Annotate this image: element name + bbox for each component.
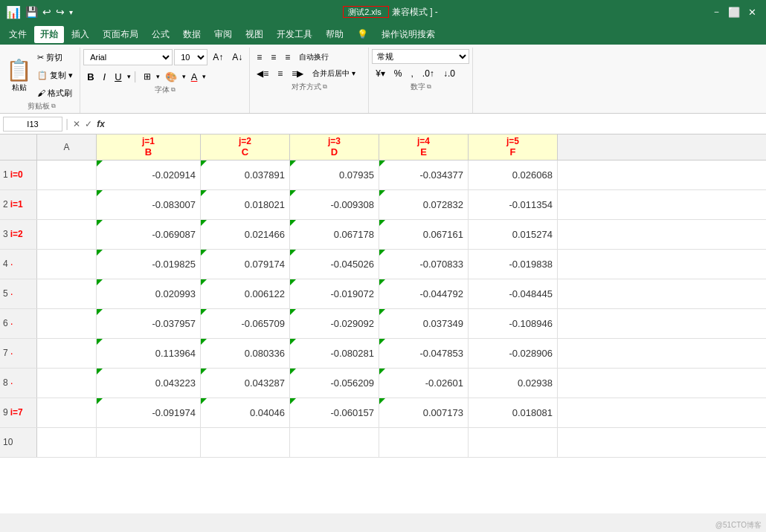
cell-e[interactable]: 0.037349 [379, 309, 469, 338]
menu-insert[interactable]: 插入 [65, 26, 95, 43]
align-left-button[interactable]: ◀≡ [253, 65, 272, 82]
cell-a[interactable] [37, 369, 97, 398]
redo-icon[interactable]: ↪ [56, 6, 65, 18]
cell-c[interactable]: 0.018021 [201, 190, 290, 219]
cell-c[interactable]: 0.080336 [201, 339, 290, 368]
cell-f[interactable]: -0.011354 [469, 190, 558, 219]
cell-c[interactable]: 0.079174 [201, 250, 290, 279]
cell-d[interactable]: -0.029092 [290, 309, 379, 338]
font-grow-button[interactable]: A↑ [209, 49, 227, 65]
cell-e[interactable]: 0.067161 [379, 220, 469, 249]
menu-help[interactable]: 帮助 [320, 26, 350, 43]
menu-lightbulb-icon[interactable]: 💡 [351, 27, 374, 42]
decrease-decimal-button[interactable]: ↓.0 [440, 65, 459, 82]
cell-c[interactable]: 0.006122 [201, 279, 290, 308]
percent-button[interactable]: % [390, 65, 406, 82]
font-size-selector[interactable]: 10 [174, 49, 207, 65]
copy-button[interactable]: 📋 复制 ▾ [33, 67, 77, 83]
border-button[interactable]: ⊞ [140, 68, 155, 85]
number-format-selector[interactable]: 常规 [372, 49, 469, 64]
minimize-button[interactable]: － [708, 4, 724, 20]
close-button[interactable]: ✕ [744, 4, 760, 20]
cell-b[interactable]: -0.091974 [97, 398, 201, 427]
cell-c[interactable]: 0.04046 [201, 398, 290, 427]
number-expand-icon[interactable]: ⧉ [427, 83, 431, 91]
col-header-c[interactable]: j=2 C [201, 134, 290, 160]
cell-e[interactable]: -0.044792 [379, 279, 469, 308]
menu-review[interactable]: 审阅 [208, 26, 238, 43]
cell-a[interactable] [37, 160, 97, 189]
comma-button[interactable]: , [408, 65, 417, 82]
cell-e[interactable]: -0.070833 [379, 250, 469, 279]
align-center-button[interactable]: ≡ [274, 65, 286, 82]
cell-d[interactable]: -0.080281 [290, 339, 379, 368]
merge-center-button[interactable]: 合并后居中 ▾ [309, 65, 359, 82]
menu-search[interactable]: 操作说明搜索 [376, 26, 441, 43]
increase-decimal-button[interactable]: .0↑ [419, 65, 438, 82]
alignment-expand-icon[interactable]: ⧉ [323, 83, 327, 91]
clipboard-expand-icon[interactable]: ⧉ [51, 103, 56, 110]
cell-b[interactable]: 0.043223 [97, 369, 201, 398]
cell-c[interactable]: 0.037891 [201, 160, 290, 189]
align-top-center-button[interactable]: ≡ [267, 49, 280, 65]
restore-button[interactable]: ⬜ [726, 4, 742, 20]
font-color-button[interactable]: A [187, 68, 202, 85]
cell-b[interactable]: 0.113964 [97, 339, 201, 368]
undo-icon[interactable]: ↩ [42, 6, 51, 18]
cell-d[interactable]: 0.07935 [290, 160, 379, 189]
cell-d[interactable]: -0.056209 [290, 369, 379, 398]
cell-a[interactable] [37, 190, 97, 219]
fill-color-button[interactable]: 🎨 [161, 68, 181, 85]
paste-button[interactable]: 📋 粘贴 [6, 58, 32, 93]
cut-button[interactable]: ✂ 剪切 [33, 49, 77, 65]
font-expand-icon[interactable]: ⧉ [171, 86, 176, 94]
menu-file[interactable]: 文件 [3, 26, 33, 43]
align-right-button[interactable]: ≡▶ [288, 65, 307, 82]
cell-c[interactable]: -0.065709 [201, 309, 290, 338]
cell-f[interactable]: -0.048445 [469, 279, 558, 308]
cell-e[interactable]: -0.02601 [379, 369, 469, 398]
cancel-formula-icon[interactable]: ✕ [71, 117, 82, 131]
cell-f[interactable]: 0.018081 [469, 398, 558, 427]
menu-data[interactable]: 数据 [177, 26, 207, 43]
fill-dropdown-icon[interactable]: ▾ [182, 73, 186, 80]
cell-f[interactable]: -0.028906 [469, 339, 558, 368]
cell-reference-input[interactable] [3, 117, 62, 132]
cell-e[interactable]: 0.072832 [379, 190, 469, 219]
cell-b[interactable]: -0.020914 [97, 160, 201, 189]
wrap-text-button[interactable]: 自动换行 [295, 49, 332, 65]
col-header-f[interactable]: j=5 F [469, 134, 558, 160]
col-header-b[interactable]: j=1 B [97, 134, 201, 160]
cell-c[interactable]: 0.043287 [201, 369, 290, 398]
menu-view[interactable]: 视图 [239, 26, 269, 43]
cell-c[interactable]: 0.021466 [201, 220, 290, 249]
col-header-d[interactable]: j=3 D [290, 134, 379, 160]
cell-a[interactable] [37, 428, 97, 457]
confirm-formula-icon[interactable]: ✓ [83, 117, 94, 131]
align-top-left-button[interactable]: ≡ [253, 49, 265, 65]
cell-b[interactable]: -0.069087 [97, 220, 201, 249]
cell-a[interactable] [37, 398, 97, 427]
cell-a[interactable] [37, 220, 97, 249]
cell-b[interactable]: -0.019825 [97, 250, 201, 279]
cell-d[interactable]: -0.009308 [290, 190, 379, 219]
align-top-right-button[interactable]: ≡ [281, 49, 294, 65]
bold-button[interactable]: B [83, 68, 97, 85]
format-painter-button[interactable]: 🖌 格式刷 [33, 85, 77, 101]
cell-b[interactable]: -0.037957 [97, 309, 201, 338]
cell-f[interactable]: -0.019838 [469, 250, 558, 279]
cell-d[interactable]: -0.045026 [290, 250, 379, 279]
underline-dropdown-icon[interactable]: ▾ [127, 73, 131, 80]
font-shrink-button[interactable]: A↓ [228, 49, 246, 65]
col-header-e[interactable]: j=4 E [379, 134, 469, 160]
menu-formula[interactable]: 公式 [146, 26, 176, 43]
cell-f[interactable]: 0.026068 [469, 160, 558, 189]
menu-home[interactable]: 开始 [34, 26, 64, 43]
menu-developer[interactable]: 开发工具 [271, 26, 318, 43]
cell-b[interactable]: 0.020993 [97, 279, 201, 308]
cell-e[interactable]: 0.007173 [379, 398, 469, 427]
cell-f[interactable]: 0.015274 [469, 220, 558, 249]
cell-d[interactable]: -0.019072 [290, 279, 379, 308]
font-name-selector[interactable]: Arial [83, 49, 173, 65]
cell-d[interactable] [290, 428, 379, 457]
